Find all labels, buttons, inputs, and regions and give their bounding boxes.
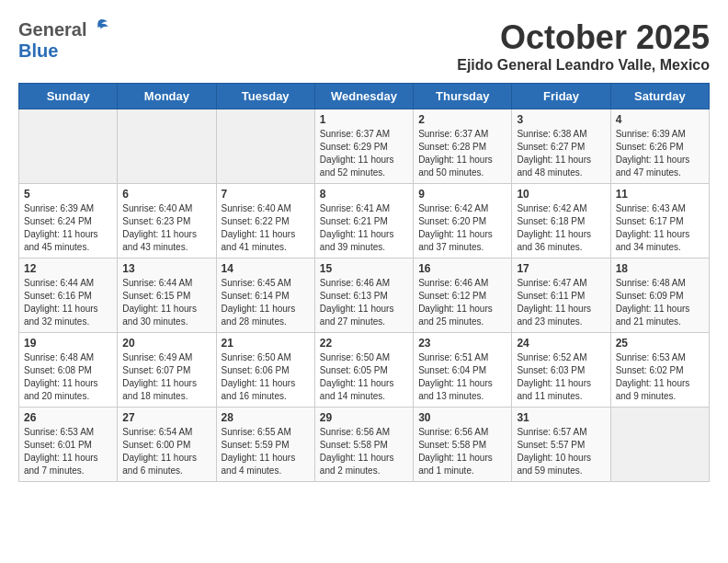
logo: General Blue <box>18 18 109 62</box>
cell-content: Sunrise: 6:52 AM Sunset: 6:03 PM Dayligh… <box>517 351 605 403</box>
weekday-header-tuesday: Tuesday <box>216 84 314 109</box>
day-number: 1 <box>320 113 408 126</box>
calendar-cell: 3Sunrise: 6:38 AM Sunset: 6:27 PM Daylig… <box>512 109 610 184</box>
day-number: 7 <box>222 188 310 201</box>
calendar-cell: 4Sunrise: 6:39 AM Sunset: 6:26 PM Daylig… <box>610 109 709 184</box>
day-number: 16 <box>418 262 506 275</box>
calendar-cell: 29Sunrise: 6:56 AM Sunset: 5:58 PM Dayli… <box>314 408 413 482</box>
weekday-header-friday: Friday <box>512 84 610 109</box>
day-number: 12 <box>24 262 112 275</box>
calendar-cell: 10Sunrise: 6:42 AM Sunset: 6:18 PM Dayli… <box>512 184 610 259</box>
cell-content: Sunrise: 6:37 AM Sunset: 6:29 PM Dayligh… <box>320 128 408 179</box>
cell-content: Sunrise: 6:44 AM Sunset: 6:16 PM Dayligh… <box>24 277 112 328</box>
calendar-cell: 7Sunrise: 6:40 AM Sunset: 6:22 PM Daylig… <box>216 184 314 259</box>
day-number: 11 <box>616 188 704 201</box>
calendar-cell: 11Sunrise: 6:43 AM Sunset: 6:17 PM Dayli… <box>610 184 709 259</box>
calendar-cell: 26Sunrise: 6:53 AM Sunset: 6:01 PM Dayli… <box>19 408 118 482</box>
day-number: 15 <box>320 262 408 275</box>
cell-content: Sunrise: 6:41 AM Sunset: 6:21 PM Dayligh… <box>320 202 408 254</box>
day-number: 8 <box>320 188 408 201</box>
calendar-cell: 22Sunrise: 6:50 AM Sunset: 6:05 PM Dayli… <box>314 333 413 408</box>
cell-content: Sunrise: 6:56 AM Sunset: 5:58 PM Dayligh… <box>418 426 506 477</box>
weekday-header-saturday: Saturday <box>610 84 709 109</box>
day-number: 21 <box>222 337 310 350</box>
cell-content: Sunrise: 6:48 AM Sunset: 6:09 PM Dayligh… <box>616 277 704 328</box>
calendar-cell: 8Sunrise: 6:41 AM Sunset: 6:21 PM Daylig… <box>314 184 413 259</box>
day-number: 18 <box>616 262 704 275</box>
calendar-cell: 24Sunrise: 6:52 AM Sunset: 6:03 PM Dayli… <box>512 333 610 408</box>
day-number: 19 <box>24 337 112 350</box>
calendar-week-row: 5Sunrise: 6:39 AM Sunset: 6:24 PM Daylig… <box>19 184 710 259</box>
page-header: General Blue October 2025 Ejido General … <box>18 18 710 74</box>
location-title: Ejido General Leandro Valle, Mexico <box>457 57 710 74</box>
cell-content: Sunrise: 6:37 AM Sunset: 6:28 PM Dayligh… <box>418 128 506 179</box>
day-number: 24 <box>517 337 605 350</box>
calendar-cell: 25Sunrise: 6:53 AM Sunset: 6:02 PM Dayli… <box>610 333 709 408</box>
day-number: 20 <box>122 337 210 350</box>
calendar-week-row: 19Sunrise: 6:48 AM Sunset: 6:08 PM Dayli… <box>19 333 710 408</box>
cell-content: Sunrise: 6:45 AM Sunset: 6:14 PM Dayligh… <box>222 277 310 328</box>
cell-content: Sunrise: 6:38 AM Sunset: 6:27 PM Dayligh… <box>517 128 605 179</box>
day-number: 27 <box>122 411 210 424</box>
calendar-cell: 31Sunrise: 6:57 AM Sunset: 5:57 PM Dayli… <box>512 408 610 482</box>
month-title: October 2025 <box>457 18 710 57</box>
cell-content: Sunrise: 6:53 AM Sunset: 6:02 PM Dayligh… <box>616 351 704 403</box>
logo-general: General <box>18 19 86 40</box>
calendar-cell: 19Sunrise: 6:48 AM Sunset: 6:08 PM Dayli… <box>19 333 118 408</box>
calendar-week-row: 26Sunrise: 6:53 AM Sunset: 6:01 PM Dayli… <box>19 408 710 482</box>
title-section: October 2025 Ejido General Leandro Valle… <box>457 18 710 74</box>
calendar-cell: 2Sunrise: 6:37 AM Sunset: 6:28 PM Daylig… <box>414 109 512 184</box>
day-number: 28 <box>222 411 310 424</box>
cell-content: Sunrise: 6:47 AM Sunset: 6:11 PM Dayligh… <box>517 277 605 328</box>
calendar-week-row: 1Sunrise: 6:37 AM Sunset: 6:29 PM Daylig… <box>19 109 710 184</box>
day-number: 4 <box>616 113 704 126</box>
calendar-cell: 21Sunrise: 6:50 AM Sunset: 6:06 PM Dayli… <box>216 333 314 408</box>
weekday-header-monday: Monday <box>118 84 216 109</box>
calendar-week-row: 12Sunrise: 6:44 AM Sunset: 6:16 PM Dayli… <box>19 259 710 333</box>
logo-blue: Blue <box>18 40 58 62</box>
cell-content: Sunrise: 6:50 AM Sunset: 6:05 PM Dayligh… <box>320 351 408 403</box>
day-number: 5 <box>24 188 112 201</box>
calendar-cell: 15Sunrise: 6:46 AM Sunset: 6:13 PM Dayli… <box>314 259 413 333</box>
cell-content: Sunrise: 6:56 AM Sunset: 5:58 PM Dayligh… <box>320 426 408 477</box>
calendar-cell: 13Sunrise: 6:44 AM Sunset: 6:15 PM Dayli… <box>118 259 216 333</box>
calendar-cell: 14Sunrise: 6:45 AM Sunset: 6:14 PM Dayli… <box>216 259 314 333</box>
calendar-cell <box>610 408 709 482</box>
cell-content: Sunrise: 6:46 AM Sunset: 6:13 PM Dayligh… <box>320 277 408 328</box>
cell-content: Sunrise: 6:42 AM Sunset: 6:20 PM Dayligh… <box>418 202 506 254</box>
day-number: 22 <box>320 337 408 350</box>
cell-content: Sunrise: 6:55 AM Sunset: 5:59 PM Dayligh… <box>222 426 310 477</box>
cell-content: Sunrise: 6:50 AM Sunset: 6:06 PM Dayligh… <box>222 351 310 403</box>
cell-content: Sunrise: 6:51 AM Sunset: 6:04 PM Dayligh… <box>418 351 506 403</box>
cell-content: Sunrise: 6:54 AM Sunset: 6:00 PM Dayligh… <box>122 426 210 477</box>
cell-content: Sunrise: 6:43 AM Sunset: 6:17 PM Dayligh… <box>616 202 704 254</box>
calendar-cell <box>19 109 118 184</box>
day-number: 2 <box>418 113 506 126</box>
cell-content: Sunrise: 6:48 AM Sunset: 6:08 PM Dayligh… <box>24 351 112 403</box>
day-number: 14 <box>222 262 310 275</box>
calendar-cell: 23Sunrise: 6:51 AM Sunset: 6:04 PM Dayli… <box>414 333 512 408</box>
day-number: 10 <box>517 188 605 201</box>
calendar-cell: 5Sunrise: 6:39 AM Sunset: 6:24 PM Daylig… <box>19 184 118 259</box>
logo-bird-icon <box>89 18 109 40</box>
calendar-cell: 17Sunrise: 6:47 AM Sunset: 6:11 PM Dayli… <box>512 259 610 333</box>
day-number: 6 <box>122 188 210 201</box>
calendar-cell <box>216 109 314 184</box>
cell-content: Sunrise: 6:44 AM Sunset: 6:15 PM Dayligh… <box>122 277 210 328</box>
calendar-cell: 1Sunrise: 6:37 AM Sunset: 6:29 PM Daylig… <box>314 109 413 184</box>
day-number: 29 <box>320 411 408 424</box>
cell-content: Sunrise: 6:42 AM Sunset: 6:18 PM Dayligh… <box>517 202 605 254</box>
day-number: 26 <box>24 411 112 424</box>
day-number: 31 <box>517 411 605 424</box>
calendar-cell: 18Sunrise: 6:48 AM Sunset: 6:09 PM Dayli… <box>610 259 709 333</box>
calendar-cell: 20Sunrise: 6:49 AM Sunset: 6:07 PM Dayli… <box>118 333 216 408</box>
day-number: 3 <box>517 113 605 126</box>
day-number: 23 <box>418 337 506 350</box>
cell-content: Sunrise: 6:57 AM Sunset: 5:57 PM Dayligh… <box>517 426 605 477</box>
cell-content: Sunrise: 6:49 AM Sunset: 6:07 PM Dayligh… <box>122 351 210 403</box>
weekday-header-thursday: Thursday <box>414 84 512 109</box>
day-number: 25 <box>616 337 704 350</box>
calendar-table: SundayMondayTuesdayWednesdayThursdayFrid… <box>18 83 710 482</box>
day-number: 9 <box>418 188 506 201</box>
calendar-cell: 9Sunrise: 6:42 AM Sunset: 6:20 PM Daylig… <box>414 184 512 259</box>
